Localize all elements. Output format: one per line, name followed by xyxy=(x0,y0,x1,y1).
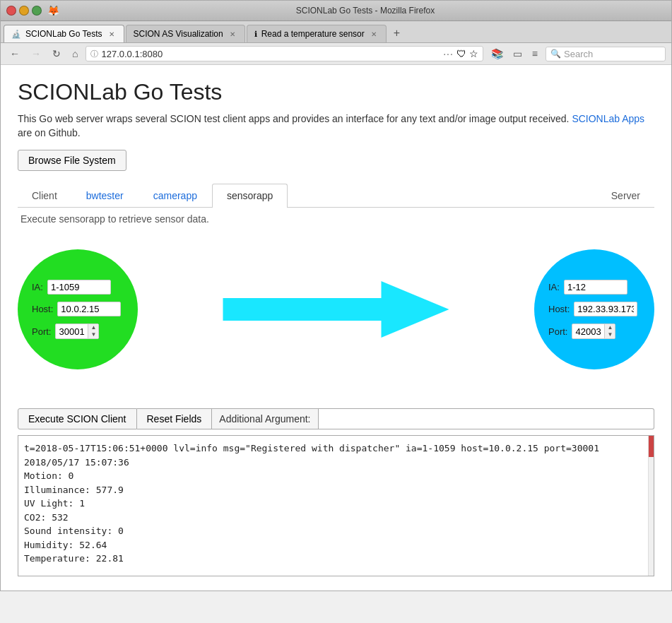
forward-button[interactable]: → xyxy=(28,46,45,61)
browser-favicon: 🦊 xyxy=(47,5,59,16)
arrow-container xyxy=(145,274,527,345)
additional-arg-input[interactable] xyxy=(319,408,654,429)
address-info-icon: ⓘ xyxy=(90,49,98,59)
browser-tab-1[interactable]: 🔬 SCIONLab Go Tests ✕ xyxy=(4,25,124,42)
back-button[interactable]: ← xyxy=(6,46,23,61)
tab-description: Execute sensorapp to retrieve sensor dat… xyxy=(18,213,654,225)
tab-close-3[interactable]: ✕ xyxy=(369,29,379,39)
tab-label-2: SCION AS Visualization xyxy=(134,29,223,39)
maximize-window-button[interactable] xyxy=(32,6,42,16)
home-button[interactable]: ⌂ xyxy=(69,46,81,61)
description-text-1: This Go web server wraps several SCION t… xyxy=(18,113,570,124)
server-port-spinner-buttons: ▲ ▼ xyxy=(604,324,615,338)
address-bar[interactable]: ⓘ 127.0.0.1:8080 ··· 🛡 ☆ xyxy=(86,46,483,61)
direction-arrow xyxy=(145,281,527,338)
server-port-label: Port: xyxy=(548,326,567,337)
scionlab-apps-link[interactable]: SCIONLab Apps xyxy=(572,113,644,124)
bookmark-icon: 🛡 xyxy=(456,48,466,59)
server-host-row: Host: xyxy=(548,302,640,316)
library-button[interactable]: 📚 xyxy=(488,46,507,61)
app-tabs-container: Client bwtester camerapp sensorapp Serve… xyxy=(18,184,654,208)
tab-bar: 🔬 SCIONLab Go Tests ✕ SCION AS Visualiza… xyxy=(1,21,671,43)
app-tabs: bwtester camerapp sensorapp xyxy=(71,184,597,207)
execute-button[interactable]: Execute SCION Client xyxy=(18,408,137,429)
client-port-row: Port: 30001 ▲ ▼ xyxy=(32,324,124,339)
server-ia-label: IA: xyxy=(548,282,560,292)
reset-button[interactable]: Reset Fields xyxy=(137,408,213,429)
search-placeholder: Search xyxy=(564,49,661,59)
tab-camerapp[interactable]: camerapp xyxy=(138,184,212,207)
server-port-down[interactable]: ▼ xyxy=(605,331,615,338)
page-content: SCIONLab Go Tests This Go web server wra… xyxy=(1,65,671,591)
server-port-spinner: 42003 ▲ ▼ xyxy=(572,324,615,339)
additional-arg-label: Additional Argument: xyxy=(212,408,318,429)
server-host-input[interactable] xyxy=(574,302,637,316)
client-ia-label: IA: xyxy=(32,282,43,292)
menu-button[interactable]: ≡ xyxy=(529,46,541,61)
client-server-diagram: IA: Host: Port: 30001 ▲ ▼ xyxy=(18,239,654,380)
nav-bar: ← → ↻ ⌂ ⓘ 127.0.0.1:8080 ··· 🛡 ☆ 📚 ▭ ≡ 🔍… xyxy=(1,43,671,65)
client-port-spinner: 30001 ▲ ▼ xyxy=(55,324,99,339)
client-host-row: Host: xyxy=(32,302,124,316)
client-host-input[interactable] xyxy=(57,302,121,316)
browse-file-system-button[interactable]: Browse File System xyxy=(18,150,126,171)
client-label: Client xyxy=(18,184,71,207)
server-port-value: 42003 xyxy=(572,325,604,338)
tab-close-1[interactable]: ✕ xyxy=(107,29,117,39)
new-tab-button[interactable]: + xyxy=(388,24,406,42)
server-ia-input[interactable] xyxy=(564,280,627,295)
minimize-window-button[interactable] xyxy=(19,6,29,16)
output-area: t=2018-05-17T15:06:51+0000 lvl=info msg=… xyxy=(18,435,654,576)
server-circle: IA: Host: Port: 42003 ▲ ▼ xyxy=(534,249,654,369)
address-more-icon: ··· xyxy=(443,48,454,59)
browser-tab-2[interactable]: SCION AS Visualization ✕ xyxy=(126,25,245,42)
search-icon: 🔍 xyxy=(550,49,561,59)
tab-label-1: SCIONLab Go Tests xyxy=(25,29,102,39)
title-bar: 🦊 SCIONLab Go Tests - Mozilla Firefox xyxy=(1,1,671,21)
client-port-down[interactable]: ▼ xyxy=(88,331,98,338)
page-description: This Go web server wraps several SCION t… xyxy=(18,112,654,140)
star-icon: ☆ xyxy=(469,48,478,59)
server-ia-row: IA: xyxy=(548,280,640,295)
scrollbar-track[interactable] xyxy=(648,436,654,576)
server-port-up[interactable]: ▲ xyxy=(605,324,615,331)
tab-favicon-3: ℹ xyxy=(254,30,257,39)
description-text-2: are on Github. xyxy=(18,127,81,138)
client-port-label: Port: xyxy=(32,326,51,337)
client-circle: IA: Host: Port: 30001 ▲ ▼ xyxy=(18,249,138,369)
tab-sensorapp[interactable]: sensorapp xyxy=(212,184,288,208)
tab-label-3: Read a temperature sensor xyxy=(261,29,365,39)
client-ia-row: IA: xyxy=(32,280,124,295)
tab-favicon-1: 🔬 xyxy=(11,30,21,39)
scrollbar-thumb[interactable] xyxy=(649,436,654,457)
sidebar-button[interactable]: ▭ xyxy=(509,46,526,61)
search-box[interactable]: 🔍 Search xyxy=(546,47,666,61)
reload-button[interactable]: ↻ xyxy=(49,46,64,61)
server-host-label: Host: xyxy=(548,304,570,314)
nav-actions: 📚 ▭ ≡ xyxy=(488,46,541,61)
controls-bar: Execute SCION Client Reset Fields Additi… xyxy=(18,408,654,429)
server-label: Server xyxy=(597,184,654,207)
server-port-row: Port: 42003 ▲ ▼ xyxy=(548,324,640,339)
client-host-label: Host: xyxy=(32,304,53,314)
svg-marker-0 xyxy=(223,281,449,338)
client-port-up[interactable]: ▲ xyxy=(88,324,98,331)
tab-close-2[interactable]: ✕ xyxy=(228,29,237,39)
close-window-button[interactable] xyxy=(6,6,16,16)
window-controls xyxy=(6,6,42,16)
output-text: t=2018-05-17T15:06:51+0000 lvl=info msg=… xyxy=(24,441,639,566)
client-port-spinner-buttons: ▲ ▼ xyxy=(88,324,98,338)
tab-bwtester[interactable]: bwtester xyxy=(71,184,138,207)
browser-tab-3[interactable]: ℹ Read a temperature sensor ✕ xyxy=(247,25,387,42)
client-ia-input[interactable] xyxy=(47,280,111,295)
browser-window: 🦊 SCIONLab Go Tests - Mozilla Firefox 🔬 … xyxy=(0,0,672,591)
window-title: SCIONLab Go Tests - Mozilla Firefox xyxy=(65,6,666,16)
client-port-value: 30001 xyxy=(56,325,88,338)
address-text: 127.0.0.1:8080 xyxy=(101,49,440,59)
page-title: SCIONLab Go Tests xyxy=(18,79,654,105)
